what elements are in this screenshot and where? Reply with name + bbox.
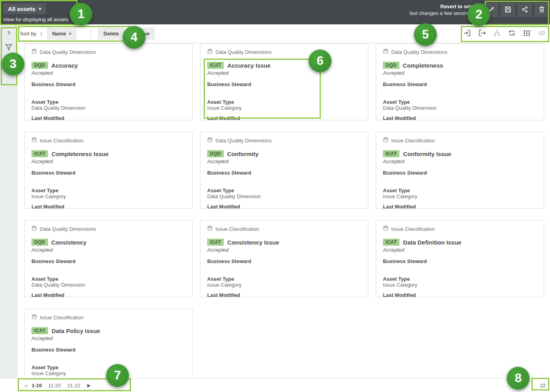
card-domain-label[interactable]: Data Quality Dimensions [40, 226, 96, 232]
card-domain-label[interactable]: Data Quality Dimensions [215, 138, 272, 144]
grid-view-button[interactable] [521, 28, 533, 40]
asset-type-value: Issue Category [383, 282, 537, 288]
asset-card[interactable]: Issue Classification ICAT Consistency Is… [200, 220, 368, 297]
export-button[interactable] [476, 28, 488, 40]
asset-title[interactable]: Completeness [403, 62, 443, 69]
share-view-button[interactable] [517, 3, 532, 17]
asset-type-value: Issue Category [207, 282, 361, 288]
arrow-up-icon: ↑ [40, 30, 43, 37]
card-domain-label[interactable]: Issue Classification [391, 226, 435, 232]
card-domain-label[interactable]: Data Quality Dimensions [215, 49, 272, 55]
last-modified-label: Last Modified [31, 115, 186, 120]
view-selector-label: All assets [8, 6, 35, 12]
card-domain-label[interactable]: Data Quality Dimensions [391, 49, 447, 55]
asset-title[interactable]: Conformity [227, 151, 259, 157]
asset-type-value: Issue Category [207, 105, 361, 111]
delete-view-button[interactable] [534, 3, 549, 17]
callout-badge-6: 6 [309, 50, 331, 72]
filter-icon [5, 44, 13, 53]
asset-status: Accepted [31, 335, 186, 341]
asset-title[interactable]: Conformity Issue [403, 151, 451, 157]
filter-button[interactable] [5, 44, 13, 53]
trash-icon [538, 6, 545, 14]
grid-view-icon [523, 29, 531, 38]
last-modified-label: Last Modified [207, 204, 361, 209]
asset-card[interactable]: Issue Classification ICAT Completeness I… [24, 132, 193, 209]
refresh-button[interactable] [506, 28, 518, 40]
import-button[interactable] [461, 28, 473, 40]
page-range-3[interactable]: 21-22 [67, 383, 80, 388]
asset-type-label: Asset Type [31, 276, 186, 282]
callout-badge-2: 2 [467, 3, 490, 26]
domain-icon [383, 49, 388, 55]
asset-title[interactable]: Data Definition Issue [403, 239, 461, 246]
hierarchy-button[interactable] [491, 28, 503, 40]
page-range-1[interactable]: 1-10 [31, 383, 42, 388]
asset-card[interactable]: Data Quality Dimensions DQD Completeness… [376, 43, 544, 120]
asset-title[interactable]: Completeness Issue [52, 151, 109, 157]
asset-title[interactable]: Consistency Issue [227, 239, 279, 246]
responsibility-label: Business Steward [383, 258, 537, 264]
page-next-button[interactable]: ▶ [87, 383, 90, 388]
callout-badge-3: 3 [2, 53, 24, 75]
asset-type-value: Issue Category [383, 193, 537, 199]
card-title-row: DQD Conformity [207, 150, 361, 157]
asset-type-value: Data Quality Dimension [31, 282, 186, 288]
asset-card[interactable]: Issue Classification ICAT Data Definitio… [376, 220, 544, 297]
sort-direction-button[interactable]: ↑ [40, 30, 43, 37]
asset-title[interactable]: Consistency [52, 239, 86, 246]
toolbar-divider [90, 29, 91, 39]
sort-field-label: Name [52, 31, 66, 37]
card-domain-row: Issue Classification [383, 137, 537, 144]
chevron-down-icon: ▾ [69, 31, 71, 36]
asset-card[interactable]: Data Quality Dimensions DQD Conformity A… [200, 132, 368, 209]
asset-type-label: Asset Type [383, 99, 537, 105]
preview-eye-icon [538, 29, 546, 38]
asset-card[interactable]: Data Quality Dimensions ICAT Accuracy Is… [200, 43, 368, 120]
asset-type-value: Issue Category [31, 193, 186, 199]
card-domain-label[interactable]: Issue Classification [40, 138, 83, 144]
asset-status: Accepted [383, 247, 537, 253]
view-selector-button[interactable]: All assets ▾ [3, 4, 46, 14]
delete-button[interactable]: Delete [98, 28, 124, 40]
view-action-buttons [484, 3, 549, 17]
card-domain-label[interactable]: Issue Classification [40, 315, 83, 320]
asset-type-label: Asset Type [383, 188, 537, 193]
asset-status: Accepted [207, 247, 361, 253]
card-domain-row: Data Quality Dimensions [31, 226, 186, 232]
last-modified-label: Last Modified [31, 204, 186, 209]
page-range-2[interactable]: 11-20 [48, 383, 61, 388]
card-domain-label[interactable]: Issue Classification [215, 226, 259, 232]
card-title-row: DQD Accuracy [31, 62, 186, 69]
last-modified-label: Last Modified [383, 204, 537, 209]
asset-card[interactable]: Issue Classification ICAT Conformity Iss… [376, 132, 544, 209]
save-view-button[interactable] [500, 3, 515, 17]
asset-type-badge: DQD [383, 62, 399, 69]
expand-panel-button[interactable] [6, 30, 11, 37]
asset-type-badge: ICAT [31, 150, 48, 157]
card-domain-row: Issue Classification [31, 314, 186, 321]
sort-field-dropdown[interactable]: Name ▾ [47, 28, 77, 40]
asset-card[interactable]: Data Quality Dimensions DQD Accuracy Acc… [24, 43, 193, 120]
card-title-row: DQD Completeness [383, 62, 537, 69]
card-domain-label[interactable]: Data Quality Dimensions [40, 49, 96, 55]
card-domain-row: Data Quality Dimensions [207, 49, 361, 55]
asset-type-label: Asset Type [31, 99, 186, 105]
asset-title[interactable]: Accuracy [52, 62, 78, 69]
card-domain-label[interactable]: Issue Classification [391, 138, 435, 144]
asset-type-badge: ICAT [383, 239, 399, 246]
responsibility-label: Business Steward [31, 258, 186, 264]
card-domain-row: Issue Classification [383, 226, 537, 232]
domain-icon [207, 49, 213, 55]
preview-button[interactable] [536, 28, 548, 40]
view-description: View for displaying all assets [3, 17, 68, 22]
asset-card[interactable]: Data Quality Dimensions DQD Consistency … [24, 220, 193, 297]
chevron-right-icon: ▶ [87, 383, 90, 388]
asset-title[interactable]: Accuracy Issue [227, 62, 270, 69]
asset-type-badge: ICAT [383, 150, 399, 157]
responsibility-label: Business Steward [31, 347, 186, 353]
last-modified-label: Last Modified [207, 292, 361, 297]
page-prev-button[interactable]: ◀ [24, 383, 27, 388]
chevron-left-icon: ◀ [24, 383, 27, 388]
asset-title[interactable]: Data Policy Issue [52, 328, 100, 334]
